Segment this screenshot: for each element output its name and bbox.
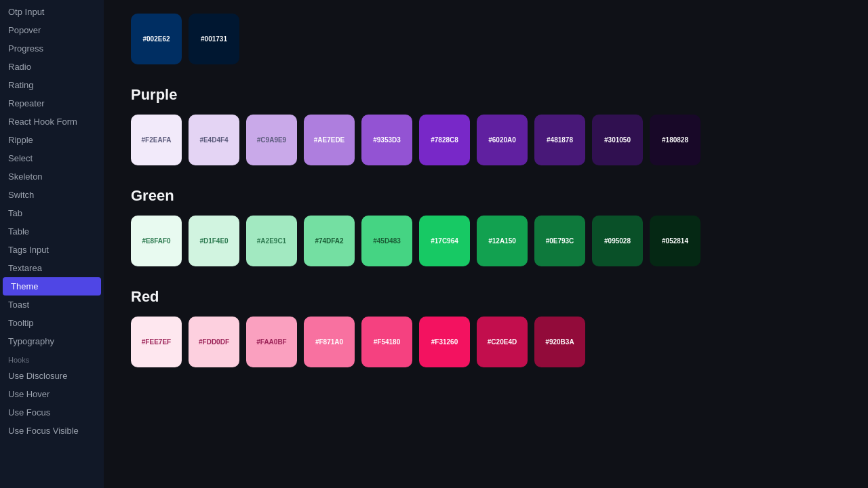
blue-section-partial: #002E62#001731 <box>131 14 841 64</box>
sidebar-item-use-disclosure[interactable]: Use Disclosure <box>0 367 104 385</box>
color-swatch[interactable]: #F54180 <box>361 317 412 367</box>
color-swatch[interactable]: #095028 <box>592 216 643 266</box>
purple-section: Purple #F2EAFA#E4D4F4#C9A9E9#AE7EDE#9353… <box>131 86 841 165</box>
color-swatch[interactable]: #FDD0DF <box>189 317 239 367</box>
hooks-section-label: Hooks <box>0 350 104 367</box>
sidebar-item-table[interactable]: Table <box>0 222 104 241</box>
color-swatch[interactable]: #052814 <box>650 216 701 266</box>
color-swatch[interactable]: #A2E9C1 <box>246 216 297 266</box>
red-color-grid: #FEE7EF#FDD0DF#FAA0BF#F871A0#F54180#F312… <box>131 317 841 367</box>
color-swatch[interactable]: #45D483 <box>361 216 412 266</box>
color-swatch[interactable]: #74DFA2 <box>304 216 355 266</box>
sidebar-item-use-hover[interactable]: Use Hover <box>0 385 104 403</box>
color-swatch[interactable]: #F31260 <box>419 317 470 367</box>
color-swatch[interactable]: #FEE7EF <box>131 317 182 367</box>
purple-section-title: Purple <box>131 86 841 104</box>
color-swatch[interactable]: #12A150 <box>477 216 528 266</box>
color-swatch[interactable]: #7828C8 <box>419 115 470 165</box>
color-swatch[interactable]: #C9A9E9 <box>246 115 297 165</box>
color-swatch[interactable]: #301050 <box>592 115 643 165</box>
sidebar-item-typography[interactable]: Typography <box>0 332 104 350</box>
main-content: #002E62#001731 Purple #F2EAFA#E4D4F4#C9A… <box>104 0 868 488</box>
red-section: Red #FEE7EF#FDD0DF#FAA0BF#F871A0#F54180#… <box>131 288 841 367</box>
color-swatch[interactable]: #0E793C <box>534 216 585 266</box>
purple-color-grid: #F2EAFA#E4D4F4#C9A9E9#AE7EDE#9353D3#7828… <box>131 115 841 165</box>
color-swatch[interactable]: #AE7EDE <box>304 115 355 165</box>
sidebar-item-switch[interactable]: Switch <box>0 186 104 204</box>
sidebar-item-skeleton[interactable]: Skeleton <box>0 167 104 186</box>
sidebar-item-otp-input[interactable]: Otp Input <box>0 3 104 21</box>
green-section-title: Green <box>131 187 841 205</box>
color-swatch[interactable]: #920B3A <box>534 317 585 367</box>
color-swatch[interactable]: #001731 <box>189 14 239 64</box>
sidebar-item-tooltip[interactable]: Tooltip <box>0 314 104 332</box>
sidebar-item-use-focus-visible[interactable]: Use Focus Visible <box>0 422 104 440</box>
sidebar-item-ripple[interactable]: Ripple <box>0 131 104 149</box>
red-section-title: Red <box>131 288 841 306</box>
sidebar-item-toast[interactable]: Toast <box>0 296 104 314</box>
color-swatch[interactable]: #F2EAFA <box>131 115 182 165</box>
sidebar-item-use-focus[interactable]: Use Focus <box>0 403 104 422</box>
green-color-grid: #E8FAF0#D1F4E0#A2E9C1#74DFA2#45D483#17C9… <box>131 216 841 266</box>
color-swatch[interactable]: #002E62 <box>131 14 182 64</box>
color-swatch[interactable]: #D1F4E0 <box>189 216 239 266</box>
sidebar-item-textarea[interactable]: Textarea <box>0 259 104 277</box>
color-swatch[interactable]: #C20E4D <box>477 317 528 367</box>
color-swatch[interactable]: #17C964 <box>419 216 470 266</box>
sidebar-item-popover[interactable]: Popover <box>0 21 104 39</box>
color-swatch[interactable]: #FAA0BF <box>246 317 297 367</box>
color-swatch[interactable]: #E4D4F4 <box>189 115 239 165</box>
color-swatch[interactable]: #481878 <box>534 115 585 165</box>
sidebar-item-react-hook-form[interactable]: React Hook Form <box>0 113 104 131</box>
sidebar-item-theme[interactable]: Theme <box>3 277 101 296</box>
color-swatch[interactable]: #6020A0 <box>477 115 528 165</box>
color-swatch[interactable]: #180828 <box>650 115 701 165</box>
sidebar-item-tags-input[interactable]: Tags Input <box>0 241 104 259</box>
sidebar-item-repeater[interactable]: Repeater <box>0 94 104 113</box>
sidebar-item-select[interactable]: Select <box>0 149 104 167</box>
color-swatch[interactable]: #E8FAF0 <box>131 216 182 266</box>
color-swatch[interactable]: #9353D3 <box>361 115 412 165</box>
sidebar-item-progress[interactable]: Progress <box>0 39 104 58</box>
sidebar-item-tab[interactable]: Tab <box>0 204 104 222</box>
sidebar: Otp Input Popover Progress Radio Rating … <box>0 0 104 488</box>
sidebar-item-rating[interactable]: Rating <box>0 76 104 94</box>
green-section: Green #E8FAF0#D1F4E0#A2E9C1#74DFA2#45D48… <box>131 187 841 266</box>
color-swatch[interactable]: #F871A0 <box>304 317 355 367</box>
sidebar-item-radio[interactable]: Radio <box>0 58 104 76</box>
